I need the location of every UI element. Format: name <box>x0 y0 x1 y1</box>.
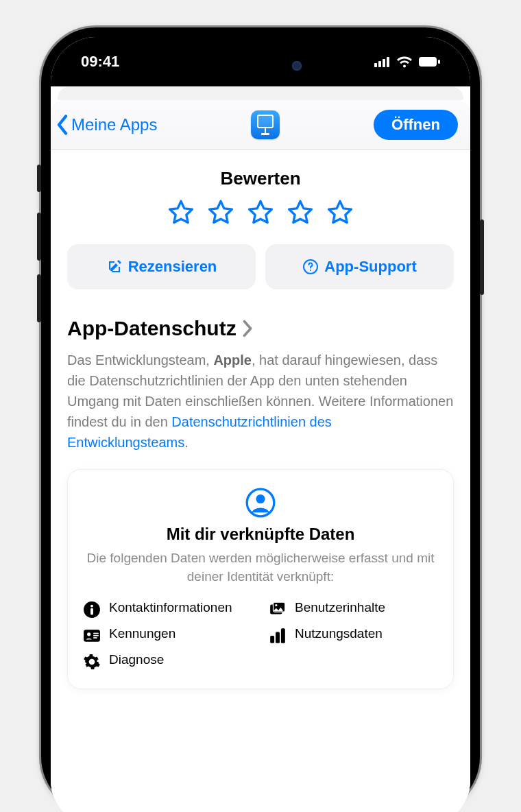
linked-data-title: Mit dir verknüpfte Daten <box>83 525 438 544</box>
linked-data-card: Mit dir verknüpfte Daten Die folgenden D… <box>67 469 454 689</box>
data-type-contact: Kontaktinforma­tionen <box>83 599 252 619</box>
svg-rect-11 <box>90 608 93 615</box>
support-button[interactable]: App-Support <box>265 244 454 289</box>
data-type-diag: Diagnose <box>83 652 252 671</box>
star-icon[interactable] <box>247 199 274 226</box>
star-icon[interactable] <box>207 199 234 226</box>
cellular-icon <box>374 56 391 67</box>
data-type-ids: Kennungen <box>83 625 252 645</box>
data-type-usage: Nutzungsdaten <box>269 625 438 645</box>
svg-point-8 <box>256 494 265 503</box>
linked-data-subtitle: Die folgenden Daten werden möglicherweis… <box>83 549 438 586</box>
back-label: Meine Apps <box>71 115 157 134</box>
svg-rect-3 <box>387 57 389 67</box>
svg-rect-22 <box>281 628 285 643</box>
svg-rect-17 <box>93 633 99 634</box>
review-button[interactable]: Rezensieren <box>67 244 256 289</box>
star-icon[interactable] <box>287 199 314 226</box>
svg-rect-2 <box>383 59 385 67</box>
app-icon <box>251 110 280 139</box>
chevron-right-icon <box>241 319 254 338</box>
svg-point-14 <box>275 604 277 606</box>
gear-icon <box>83 653 101 671</box>
screen: 09:41 Meine Apps Öffnen Bewerten <box>51 37 470 812</box>
status-time: 09:41 <box>81 53 119 71</box>
rate-heading: Bewerten <box>67 168 454 189</box>
id-card-icon <box>83 627 101 645</box>
svg-rect-5 <box>438 60 440 64</box>
privacy-heading: App-Datenschutz <box>67 317 237 340</box>
chevron-left-icon <box>55 115 70 135</box>
person-circle-icon <box>245 488 276 518</box>
info-circle-icon <box>83 601 101 619</box>
star-icon[interactable] <box>167 199 195 226</box>
svg-rect-1 <box>378 61 381 67</box>
privacy-description: Das Entwicklungsteam, Apple, hat darauf … <box>67 350 454 453</box>
svg-rect-18 <box>93 635 99 636</box>
rating-stars[interactable] <box>67 199 454 226</box>
svg-rect-21 <box>276 632 280 643</box>
svg-rect-0 <box>374 63 377 67</box>
photos-icon <box>269 601 287 619</box>
svg-rect-4 <box>419 57 437 67</box>
battery-icon <box>418 56 440 67</box>
open-button[interactable]: Öffnen <box>374 110 458 140</box>
compose-icon <box>106 259 123 275</box>
developer-name: Apple <box>213 353 252 368</box>
data-type-content: Benutzerinhalte <box>269 599 438 619</box>
nav-bar: Meine Apps Öffnen <box>51 100 470 150</box>
privacy-section-header[interactable]: App-Datenschutz <box>67 317 454 340</box>
dynamic-island <box>206 52 315 80</box>
review-label: Rezensieren <box>128 258 217 276</box>
wifi-icon <box>396 56 413 68</box>
phone-frame: 09:41 Meine Apps Öffnen Bewerten <box>41 27 480 812</box>
svg-point-16 <box>87 632 90 636</box>
bar-chart-icon <box>269 627 287 645</box>
svg-rect-20 <box>270 636 274 643</box>
svg-rect-19 <box>93 637 97 638</box>
app-detail-sheet: Meine Apps Öffnen Bewerten <box>51 100 470 812</box>
svg-point-10 <box>90 605 93 608</box>
back-button[interactable]: Meine Apps <box>55 115 157 135</box>
support-label: App-Support <box>324 258 416 276</box>
question-circle-icon <box>302 259 319 275</box>
star-icon[interactable] <box>326 199 354 226</box>
